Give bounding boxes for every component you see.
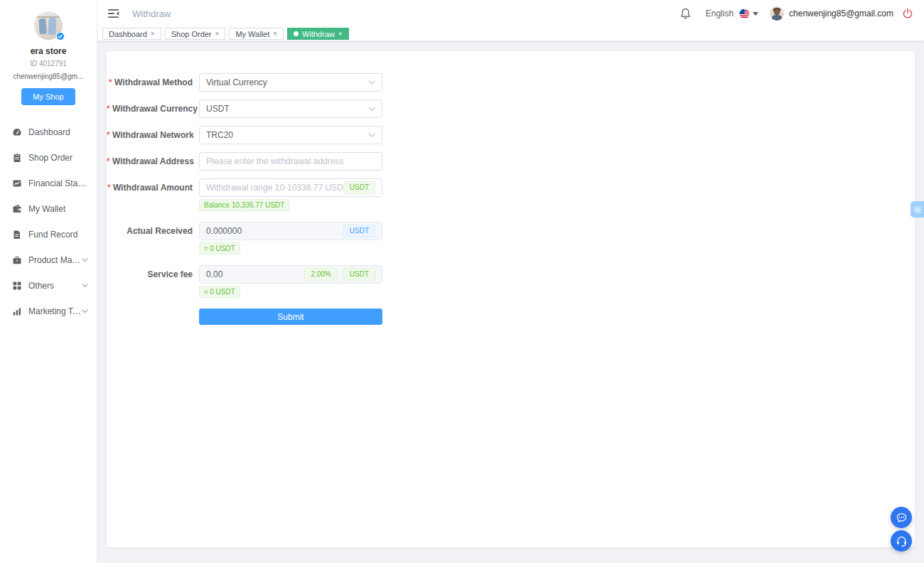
tab-withdraw[interactable]: Withdraw × [287, 28, 349, 40]
service-fee-field-box: 2.00% USDT [199, 265, 382, 284]
withdrawal-address-input[interactable] [206, 156, 375, 166]
sidebar-collapse-icon[interactable] [108, 9, 119, 18]
close-icon[interactable]: × [151, 31, 155, 38]
fee-rate-badge: 2.00% [304, 268, 337, 281]
fee-unit-badge: USDT [343, 268, 375, 281]
received-approx-pill: ≈ 0 USDT [199, 242, 240, 254]
withdrawal-amount-row: Withdrawal Amount USDT [107, 178, 915, 197]
sidebar-item-fund-record[interactable]: Fund Record [0, 222, 97, 247]
chevron-down-icon [368, 133, 375, 138]
balance-note-row: Balance 10,336.77 USDT [107, 199, 915, 211]
close-icon[interactable]: × [273, 31, 277, 38]
sidebar-item-others[interactable]: Others [0, 273, 97, 299]
withdrawal-amount-field-box: USDT [199, 178, 382, 197]
store-profile: era store ID 4012791 chenwenjing85@gm...… [0, 0, 97, 105]
sidebar-item-shop-order[interactable]: Shop Order [0, 145, 97, 171]
tab-shop-order[interactable]: Shop Order × [165, 28, 226, 40]
my-shop-button[interactable]: My Shop [21, 88, 75, 105]
top-navbar: Withdraw English chenwenjing85@gmail.com [97, 0, 924, 27]
received-unit-badge: USDT [343, 225, 375, 237]
caret-down-icon [753, 12, 758, 16]
actual-received-row: Actual Received USDT [107, 222, 915, 240]
chevron-down-icon [82, 258, 88, 262]
logout-power-icon[interactable] [902, 8, 913, 19]
close-icon[interactable]: × [338, 31, 343, 38]
chevron-down-icon [368, 107, 375, 112]
withdrawal-amount-label: Withdrawal Amount [107, 178, 199, 197]
marketing-tools-icon [12, 306, 22, 316]
sidebar-menu: Dashboard Shop Order Financial State... … [0, 119, 97, 324]
user-email: chenwenjing85@gmail.com [789, 9, 893, 18]
withdrawal-amount-input[interactable] [206, 183, 343, 193]
store-email: chenwenjing85@gm... [0, 73, 97, 80]
others-grid-icon [12, 281, 22, 291]
submit-row: Submit [107, 309, 915, 325]
balance-pill: Balance 10,336.77 USDT [199, 199, 289, 211]
withdraw-form-card: Withdrawal Method Virtual Currency Withd… [107, 51, 915, 547]
withdrawal-network-select[interactable]: TRC20 [199, 126, 382, 144]
main-area: Withdraw English chenwenjing85@gmail.com… [97, 0, 924, 563]
chevron-down-icon [368, 80, 375, 85]
sidebar-item-dashboard[interactable]: Dashboard [0, 119, 97, 145]
withdrawal-address-row: Withdrawal Address [107, 152, 915, 171]
received-note-row: ≈ 0 USDT [107, 242, 915, 254]
language-selector[interactable] [739, 9, 758, 19]
withdrawal-address-field-box [199, 152, 382, 171]
sidebar: era store ID 4012791 chenwenjing85@gm...… [0, 0, 97, 563]
language-label: English [706, 9, 734, 18]
withdrawal-network-row: Withdrawal Network TRC20 [107, 126, 915, 144]
sidebar-item-financial-statement[interactable]: Financial State... [0, 171, 97, 196]
amount-unit-badge: USDT [343, 181, 375, 194]
withdrawal-method-label: Withdrawal Method [107, 73, 199, 92]
service-fee-row: Service fee 2.00% USDT [107, 265, 915, 284]
tab-my-wallet[interactable]: My Wallet × [229, 28, 284, 40]
actual-received-field-box: USDT [199, 222, 382, 240]
withdrawal-currency-row: Withdrawal Currency USDT [107, 100, 915, 118]
verified-badge-icon [56, 32, 65, 41]
chat-bubble-icon [896, 512, 908, 524]
withdrawal-currency-label: Withdrawal Currency [107, 100, 199, 118]
submit-button[interactable]: Submit [199, 309, 382, 325]
tab-dashboard[interactable]: Dashboard × [102, 28, 161, 40]
fee-note-row: ≈ 0 USDT [107, 286, 915, 298]
close-icon[interactable]: × [215, 31, 220, 38]
fee-approx-pill: ≈ 0 USDT [199, 286, 240, 298]
sidebar-item-my-wallet[interactable]: My Wallet [0, 196, 97, 222]
user-avatar[interactable] [770, 6, 784, 21]
dashboard-icon [12, 127, 22, 137]
gear-icon [913, 205, 922, 214]
sidebar-item-product-management[interactable]: Product Manag... [0, 247, 97, 273]
headset-icon [896, 535, 908, 547]
tags-view-bar: Dashboard × Shop Order × My Wallet × Wit… [97, 27, 924, 41]
content-area: Withdrawal Method Virtual Currency Withd… [97, 41, 924, 563]
active-tab-dot [294, 31, 299, 36]
withdrawal-currency-select[interactable]: USDT [199, 100, 382, 118]
product-management-icon [12, 255, 22, 265]
customer-service-button[interactable] [891, 530, 912, 552]
store-name: era store [0, 46, 97, 56]
service-fee-input [206, 269, 304, 279]
fund-record-icon [12, 230, 22, 240]
notification-bell-icon[interactable] [679, 8, 692, 20]
shop-order-icon [12, 153, 22, 163]
my-wallet-icon [12, 204, 22, 214]
withdrawal-method-select[interactable]: Virtual Currency [199, 73, 382, 92]
financial-statement-icon [12, 178, 22, 188]
breadcrumb: Withdraw [132, 9, 171, 19]
chevron-down-icon [82, 284, 88, 288]
chat-button[interactable] [891, 507, 912, 528]
actual-received-label: Actual Received [107, 222, 199, 240]
withdrawal-address-label: Withdrawal Address [107, 152, 199, 171]
actual-received-input [206, 226, 343, 236]
us-flag-icon [739, 9, 750, 19]
withdrawal-network-label: Withdrawal Network [107, 126, 199, 144]
store-id: ID 4012791 [0, 60, 97, 68]
sidebar-item-marketing-tools[interactable]: Marketing Tools [0, 299, 97, 324]
chevron-down-icon [82, 309, 88, 313]
withdrawal-method-row: Withdrawal Method Virtual Currency [107, 73, 915, 92]
settings-drawer-handle[interactable] [910, 201, 924, 218]
service-fee-label: Service fee [107, 265, 199, 284]
